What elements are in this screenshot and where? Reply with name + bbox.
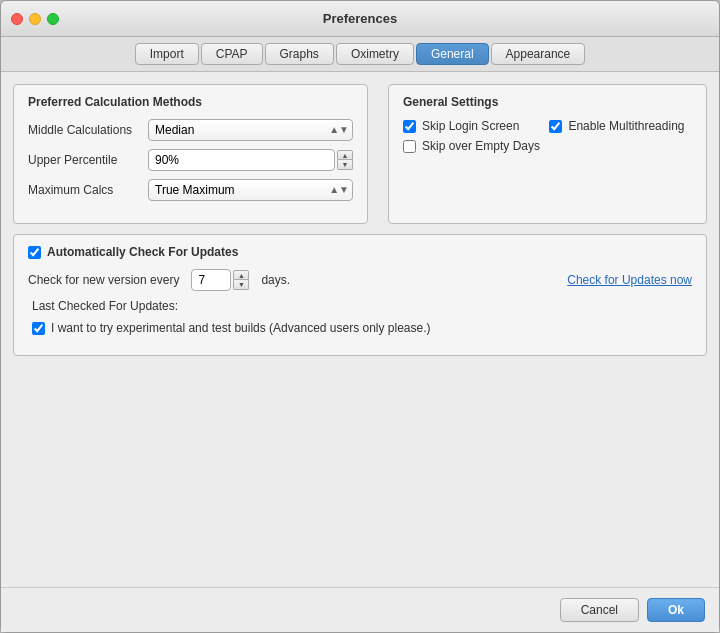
days-suffix: days. bbox=[261, 273, 290, 287]
maximize-button[interactable] bbox=[47, 13, 59, 25]
general-settings-title: General Settings bbox=[403, 95, 692, 109]
title-bar: Preferences bbox=[1, 1, 719, 37]
maximum-calcs-label: Maximum Calcs bbox=[28, 183, 148, 197]
updates-section: Automatically Check For Updates Check fo… bbox=[13, 234, 707, 356]
upper-percentile-input[interactable] bbox=[148, 149, 335, 171]
cancel-button[interactable]: Cancel bbox=[560, 598, 639, 622]
upper-percentile-label: Upper Percentile bbox=[28, 153, 148, 167]
tab-cpap[interactable]: CPAP bbox=[201, 43, 263, 65]
window-title: Preferences bbox=[323, 11, 397, 26]
preferred-calc-title: Preferred Calculation Methods bbox=[28, 95, 353, 109]
days-down[interactable]: ▼ bbox=[233, 280, 249, 290]
minimize-button[interactable] bbox=[29, 13, 41, 25]
preferred-calc-section: Preferred Calculation Methods Middle Cal… bbox=[13, 84, 368, 224]
enable-multithreading-checkbox[interactable] bbox=[549, 120, 562, 133]
days-input[interactable] bbox=[191, 269, 231, 291]
window-controls bbox=[11, 13, 59, 25]
tab-appearance[interactable]: Appearance bbox=[491, 43, 586, 65]
experimental-row: I want to try experimental and test buil… bbox=[32, 321, 692, 335]
maximum-calcs-row: Maximum Calcs True Maximum 95th Percenti… bbox=[28, 179, 353, 201]
skip-empty-row: Skip over Empty Days bbox=[403, 139, 692, 153]
skip-empty-label: Skip over Empty Days bbox=[422, 139, 540, 153]
middle-calc-row: Middle Calculations Median Mean Mode ▲▼ bbox=[28, 119, 353, 141]
main-content: Preferred Calculation Methods Middle Cal… bbox=[1, 72, 719, 587]
experimental-label: I want to try experimental and test buil… bbox=[51, 321, 431, 335]
days-up[interactable]: ▲ bbox=[233, 270, 249, 280]
tab-graphs[interactable]: Graphs bbox=[265, 43, 334, 65]
skip-login-row: Skip Login Screen bbox=[403, 119, 519, 133]
general-settings-top-row: Skip Login Screen Enable Multithreading bbox=[403, 119, 692, 139]
preferences-window: Preferences Import CPAP Graphs Oximetry … bbox=[0, 0, 720, 633]
enable-multithreading-label: Enable Multithreading bbox=[568, 119, 684, 133]
days-stepper: ▲ ▼ bbox=[233, 270, 249, 290]
maximum-calcs-select[interactable]: True Maximum 95th Percentile 99th Percen… bbox=[148, 179, 353, 201]
skip-login-label: Skip Login Screen bbox=[422, 119, 519, 133]
skip-empty-checkbox[interactable] bbox=[403, 140, 416, 153]
tab-oximetry[interactable]: Oximetry bbox=[336, 43, 414, 65]
days-input-wrap: ▲ ▼ bbox=[191, 269, 249, 291]
middle-calc-select[interactable]: Median Mean Mode bbox=[148, 119, 353, 141]
tab-import[interactable]: Import bbox=[135, 43, 199, 65]
middle-calc-select-wrap: Median Mean Mode ▲▼ bbox=[148, 119, 353, 141]
top-section: Preferred Calculation Methods Middle Cal… bbox=[13, 84, 707, 224]
upper-percentile-up[interactable]: ▲ bbox=[337, 150, 353, 160]
middle-calc-label: Middle Calculations bbox=[28, 123, 148, 137]
check-now-button[interactable]: Check for Updates now bbox=[567, 273, 692, 287]
experimental-checkbox[interactable] bbox=[32, 322, 45, 335]
check-every-label: Check for new version every bbox=[28, 273, 179, 287]
last-checked-label: Last Checked For Updates: bbox=[28, 299, 692, 313]
auto-check-label: Automatically Check For Updates bbox=[47, 245, 238, 259]
general-settings-section: General Settings Skip Login Screen Enabl… bbox=[388, 84, 707, 224]
updates-header: Automatically Check For Updates bbox=[28, 245, 692, 259]
tab-general[interactable]: General bbox=[416, 43, 489, 65]
content-spacer bbox=[13, 366, 707, 575]
maximum-calcs-select-wrap: True Maximum 95th Percentile 99th Percen… bbox=[148, 179, 353, 201]
ok-button[interactable]: Ok bbox=[647, 598, 705, 622]
tab-bar: Import CPAP Graphs Oximetry General Appe… bbox=[1, 37, 719, 72]
footer: Cancel Ok bbox=[1, 587, 719, 632]
upper-percentile-down[interactable]: ▼ bbox=[337, 160, 353, 170]
close-button[interactable] bbox=[11, 13, 23, 25]
upper-percentile-stepper: ▲ ▼ bbox=[337, 150, 353, 170]
skip-login-checkbox[interactable] bbox=[403, 120, 416, 133]
upper-percentile-row: Upper Percentile ▲ ▼ bbox=[28, 149, 353, 171]
enable-multithreading-row: Enable Multithreading bbox=[549, 119, 684, 133]
check-frequency-row: Check for new version every ▲ ▼ days. Ch… bbox=[28, 269, 692, 291]
auto-check-checkbox[interactable] bbox=[28, 246, 41, 259]
